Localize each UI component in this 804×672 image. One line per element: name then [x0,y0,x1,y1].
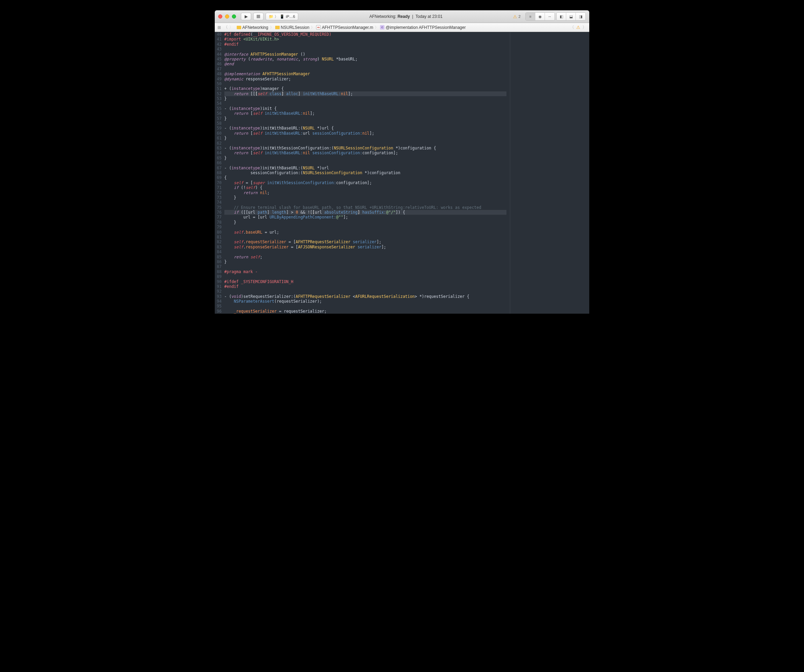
code-line[interactable]: self = [super initWithSessionConfigurati… [224,180,507,185]
right-panel-button[interactable]: ◨ [576,13,585,20]
warning-icon[interactable]: ⚠ [576,25,580,30]
run-button[interactable]: ▶ [241,13,251,20]
code-line[interactable]: self.baseURL = url; [224,230,507,235]
code-line[interactable] [224,264,507,269]
code-line[interactable]: - (void)setRequestSerializer:(AFHTTPRequ… [224,294,507,299]
jump-bar: ⊞ 〈 〉 AFNetworking 〉 NSURLSession 〉 m AF… [215,23,589,32]
stop-button[interactable] [253,13,263,20]
code-line[interactable]: #pragma mark - [224,269,507,274]
code-line[interactable]: return [self initWithBaseURL:nil]; [224,111,507,116]
code-line[interactable]: self.requestSerializer = [AFHTTPRequestS… [224,239,507,244]
code-line[interactable]: @dynamic responseSerializer; [224,77,507,82]
line-number: 62 [217,141,222,146]
line-number: 91 [217,284,222,289]
code-line[interactable]: NSParameterAssert(requestSerializer); [224,299,507,304]
standard-editor-button[interactable]: ≡ [526,13,535,20]
code-line[interactable] [224,235,507,239]
code-line[interactable] [224,274,507,279]
code-line[interactable] [224,82,507,86]
code-line[interactable]: return [[[self class] alloc] initWithBas… [224,92,507,96]
line-number: 86 [217,259,222,264]
code-line[interactable] [224,225,507,229]
warning-count: 2 [518,15,521,18]
line-number: 46 [217,62,222,66]
line-number: 47 [217,67,222,72]
code-editor[interactable]: #if defined(__IPHONE_OS_VERSION_MIN_REQU… [224,32,510,314]
line-number: 48 [217,72,222,76]
code-line[interactable]: return [self initWithBaseURL:url session… [224,131,507,136]
jumpbar-item-file[interactable]: m AFHTTPSessionManager.m [316,25,373,30]
code-line[interactable]: #endif [224,284,507,289]
stop-icon [257,15,260,18]
chevron-right-icon: 〉 [311,25,314,30]
code-line[interactable]: return self; [224,255,507,259]
code-line[interactable] [224,141,507,146]
code-line[interactable]: } [224,116,507,121]
code-line[interactable] [224,101,507,106]
code-line[interactable]: #if defined(__IPHONE_OS_VERSION_MIN_REQU… [224,32,507,37]
code-line[interactable]: } [224,136,507,141]
code-line[interactable]: _requestSerializer = requestSerializer; [224,309,507,314]
bottom-panel-button[interactable]: ⬓ [566,13,576,20]
code-line[interactable] [224,47,507,52]
code-line[interactable]: #import <UIKit/UIKit.h> [224,37,507,42]
left-panel-button[interactable]: ◧ [557,13,566,20]
code-line[interactable] [224,249,507,254]
code-line[interactable] [224,67,507,72]
back-button[interactable]: 〈 [224,25,228,30]
line-number: 42 [217,42,222,47]
scheme-selector[interactable]: 📁 〉 📱 iP…6 [266,13,298,20]
code-line[interactable]: - (instancetype)initWithBaseURL:(NSURL *… [224,165,507,170]
code-line[interactable]: sessionConfiguration:(NSURLSessionConfig… [224,170,507,175]
code-line[interactable]: url = [url URLByAppendingPathComponent:@… [224,215,507,219]
next-issue-button[interactable]: 〉 [582,25,587,30]
related-items-icon[interactable]: ⊞ [217,25,221,30]
jumpbar-item-project[interactable]: AFNetworking [237,25,268,30]
zoom-icon[interactable] [232,15,236,18]
code-line[interactable]: // Ensure terminal slash for baseURL pat… [224,205,507,210]
code-line[interactable]: } [224,155,507,160]
code-line[interactable]: { [224,175,507,180]
code-line[interactable]: @implementation AFHTTPSessionManager [224,72,507,76]
code-line[interactable]: } [224,220,507,225]
jumpbar-item-symbol[interactable]: C @implementation AFHTTPSessionManager [380,25,466,30]
line-number: 93 [217,294,222,299]
warning-indicator[interactable]: ⚠ 2 [513,14,521,19]
xcode-window: ▶ 📁 〉 📱 iP…6 AFNetworking: Ready | Today… [215,10,589,314]
code-line[interactable]: - (instancetype)initWithBaseURL:(NSURL *… [224,126,507,131]
line-number: 51 [217,86,222,91]
code-line[interactable]: if (!self) { [224,185,507,190]
code-line[interactable]: #endif [224,42,507,47]
code-line[interactable]: + (instancetype)manager { [224,86,507,91]
code-line[interactable]: - (instancetype)initWithSessionConfigura… [224,146,507,150]
code-line[interactable]: } [224,96,507,101]
code-line[interactable]: if ([[url path] length] > 0 && ![[url ab… [224,210,507,215]
code-line[interactable]: @interface AFHTTPSessionManager () [224,52,507,57]
code-line[interactable] [224,304,507,309]
code-line[interactable]: - (instancetype)init { [224,106,507,111]
close-icon[interactable] [218,15,222,18]
line-number: 66 [217,160,222,165]
forward-button[interactable]: 〉 [229,25,233,30]
line-number: 82 [217,239,222,244]
code-line[interactable]: #ifdef _SYSTEMCONFIGURATION_H [224,279,507,284]
code-line[interactable]: return nil; [224,190,507,195]
version-editor-button[interactable]: ↔ [545,13,554,20]
code-line[interactable] [224,160,507,165]
assistant-editor-button[interactable]: ◉ [535,13,545,20]
code-line[interactable] [224,200,507,205]
code-line[interactable]: } [224,259,507,264]
minimize-icon[interactable] [225,15,229,18]
code-line[interactable]: @end [224,62,507,66]
line-number: 89 [217,274,222,279]
code-line[interactable]: @property (readwrite, nonatomic, strong)… [224,57,507,62]
code-line[interactable] [224,121,507,126]
prev-issue-button[interactable]: 〈 [570,25,574,30]
code-line[interactable]: return [self initWithBaseURL:nil session… [224,150,507,155]
code-line[interactable] [224,289,507,294]
line-number: 73 [217,195,222,200]
line-number: 63 [217,146,222,150]
code-line[interactable]: self.responseSerializer = [AFJSONRespons… [224,245,507,249]
code-line[interactable]: } [224,195,507,200]
jumpbar-item-group[interactable]: NSURLSession [275,25,310,30]
